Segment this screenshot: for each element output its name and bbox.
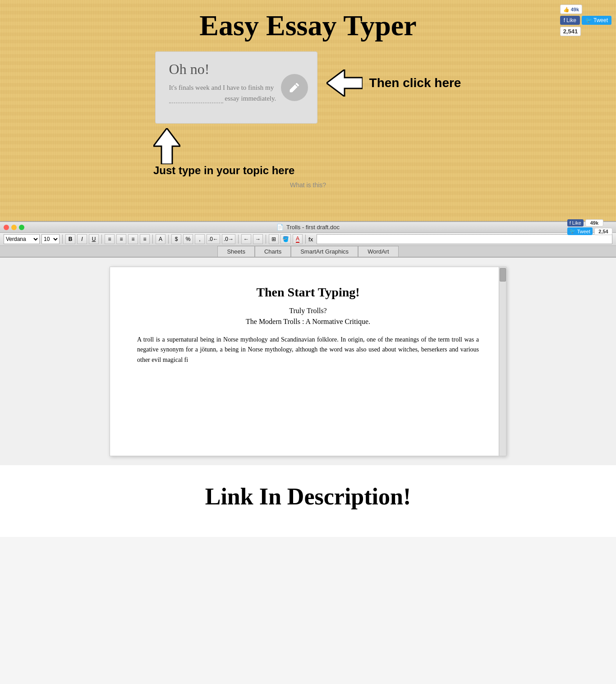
fb-like-row: f Like 🐦 Tweet <box>560 16 611 25</box>
comma-button[interactable]: , <box>195 234 205 244</box>
dec-left-button[interactable]: .0← <box>207 234 220 244</box>
dollar-button[interactable]: $ <box>171 234 181 244</box>
align-right-icon: ≡ <box>131 236 134 242</box>
align-justify-button[interactable]: ≡ <box>140 234 150 244</box>
up-arrow-icon <box>153 128 180 164</box>
link-in-description-title: Link In Description! <box>0 483 616 510</box>
font-size-button[interactable]: A <box>156 234 165 244</box>
title-tw-icon: 🐦 <box>570 228 576 234</box>
tab-charts[interactable]: Charts <box>255 246 291 257</box>
title-bar-social: f Like 49k 🐦 Tweet 2,54 <box>567 219 612 235</box>
table-button[interactable]: ⊞ <box>269 234 279 244</box>
minimize-button[interactable] <box>11 225 17 230</box>
doc-subtitle1: Truly Trolls? <box>137 307 479 315</box>
doc-title: Then Start Typing! <box>137 285 479 300</box>
align-left-button[interactable]: ≡ <box>105 234 115 244</box>
topic-input[interactable] <box>169 95 223 103</box>
align-center-icon: ≡ <box>120 236 123 242</box>
title-bar-icon: 📄 <box>276 224 284 231</box>
spreadsheet-section: 📄 Trolls - first draft.doc f Like 49k 🐦 … <box>0 221 616 258</box>
table-icon: ⊞ <box>271 236 276 242</box>
svg-marker-1 <box>153 128 180 164</box>
fb-count-box: 👍 49k <box>560 5 582 14</box>
italic-button[interactable]: I <box>77 234 87 244</box>
maximize-button[interactable] <box>19 225 24 230</box>
title-tw-count: 2,54 <box>594 228 612 235</box>
bold-icon: B <box>69 236 73 242</box>
dec-right-icon: .0→ <box>224 236 234 242</box>
font-color-button[interactable]: A <box>293 234 303 244</box>
percent-icon: % <box>186 236 191 242</box>
indent-left-button[interactable]: ← <box>241 234 251 244</box>
formula-bar-input[interactable] <box>317 234 612 244</box>
fb-count: 49k <box>571 7 579 12</box>
tw-tweet-button[interactable]: 🐦 Tweet <box>582 16 611 25</box>
align-justify-icon: ≡ <box>143 236 146 242</box>
document-area: Then Start Typing! Truly Trolls? The Mod… <box>0 258 616 465</box>
align-left-icon: ≡ <box>108 236 111 242</box>
dec-right-button[interactable]: .0→ <box>222 234 235 244</box>
fb-icon: f <box>564 17 565 23</box>
align-center-button[interactable]: ≡ <box>116 234 126 244</box>
align-right-button[interactable]: ≡ <box>128 234 138 244</box>
up-arrow-section: Just type in your topic here <box>0 128 616 177</box>
underline-button[interactable]: U <box>89 234 99 244</box>
fb-like-button[interactable]: f Like <box>560 16 580 25</box>
bucket-button[interactable]: 🪣 <box>280 234 291 244</box>
toolbar-sep-4 <box>168 235 169 244</box>
tab-smartart-graphics[interactable]: SmartArt Graphics <box>291 246 358 257</box>
fb-row: 👍 49k <box>560 5 611 14</box>
font-size-select[interactable]: 10 <box>41 234 60 244</box>
title-fb-label: Like <box>572 220 581 226</box>
pencil-icon <box>288 81 301 94</box>
wood-background: 👍 49k f Like 🐦 Tweet 2,541 Easy Essay Ty… <box>0 0 616 221</box>
tab-wordart[interactable]: WordArt <box>358 246 398 257</box>
toolbar-sep-3 <box>152 235 153 244</box>
edit-circle-button[interactable] <box>281 74 308 101</box>
indent-left-icon: ← <box>244 236 249 242</box>
dollar-icon: $ <box>175 236 178 242</box>
toolbar-sep-1 <box>62 235 63 244</box>
what-is-this-text[interactable]: What is this? <box>0 177 616 193</box>
tw-count-row: 2,541 <box>560 27 611 36</box>
title-fb-count-val: 49k <box>590 220 598 226</box>
title-bar-title: Trolls - first draft.doc <box>286 224 340 231</box>
then-click-text: Then click here <box>369 76 461 90</box>
essay-line1: It's finals week and I have to finish my <box>169 84 274 91</box>
close-button[interactable] <box>4 225 9 230</box>
underline-icon: U <box>92 236 96 242</box>
doc-body-text: A troll is a supernatural being in Norse… <box>137 335 479 365</box>
percent-button[interactable]: % <box>183 234 193 244</box>
italic-icon: I <box>81 236 83 242</box>
essay-line2: essay immediately. <box>225 95 276 102</box>
document-page: Then Start Typing! Truly Trolls? The Mod… <box>110 267 506 456</box>
title-fb-button[interactable]: f Like <box>567 219 584 226</box>
title-fb-icon: f <box>570 220 571 226</box>
vertical-scrollbar[interactable] <box>499 267 506 456</box>
indent-right-button[interactable]: → <box>253 234 263 244</box>
essay-card: Oh no! It's finals week and I have to fi… <box>155 51 317 124</box>
arrow-instructions: Then click here <box>326 69 461 97</box>
scrollbar-thumb[interactable] <box>500 268 506 282</box>
bold-button[interactable]: B <box>65 234 75 244</box>
tabs-row: Sheets Charts SmartArt Graphics WordArt <box>0 246 616 257</box>
formula-label: fx <box>308 236 313 243</box>
bottom-section: Link In Description! <box>0 465 616 537</box>
tw-count: 2,541 <box>563 28 578 35</box>
type-here-text: Just type in your topic here <box>153 164 294 177</box>
doc-subtitle2: The Modern Trolls : A Normative Critique… <box>137 318 479 326</box>
toolbar: Verdana 10 B I U ≡ ≡ ≡ ≡ A $ % , .0← .0→… <box>0 233 616 246</box>
title-tw-button[interactable]: 🐦 Tweet <box>567 227 593 235</box>
toolbar-sep-7 <box>305 235 306 244</box>
tw-tweet-label: Tweet <box>593 17 608 23</box>
tab-sheets[interactable]: Sheets <box>217 246 254 257</box>
font-family-select[interactable]: Verdana <box>4 234 40 244</box>
left-arrow-icon <box>326 69 363 97</box>
tw-icon: 🐦 <box>585 17 592 23</box>
comma-icon: , <box>199 236 200 242</box>
tw-count-box: 2,541 <box>560 27 581 36</box>
main-title: Easy Essay Typer <box>0 5 616 51</box>
toolbar-sep-5 <box>238 235 239 244</box>
title-fb-count: 49k <box>585 219 603 226</box>
title-bar-buttons <box>4 225 24 230</box>
